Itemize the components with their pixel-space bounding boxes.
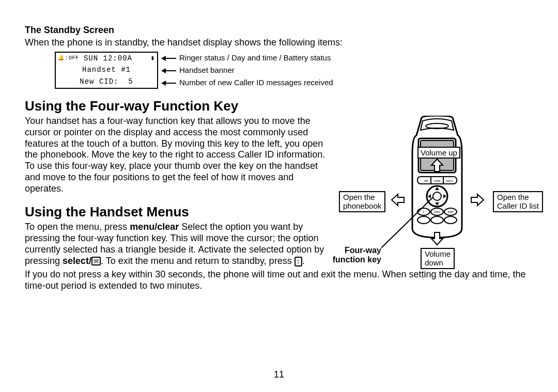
label-open-cid: Open the Caller ID list: [493, 191, 543, 212]
lcd-banner: Handset #1: [82, 66, 131, 74]
bell-icon: 🔔: [58, 55, 65, 61]
annot-row-1: Ringer status / Day and time / Battery s…: [161, 53, 333, 62]
menus-p1: To open the menu, press menu/clear Selec…: [25, 222, 327, 267]
battery-icon: ▮: [151, 55, 155, 62]
lcd-diagram: 🔔: OFF SUN 12:00A ▮ Handset #1 New CID: …: [55, 52, 533, 89]
lcd-screen: 🔔: OFF SUN 12:00A ▮ Handset #1 New CID: …: [55, 52, 158, 89]
svg-text:select: select: [446, 179, 453, 182]
arrow-right-big-icon: [469, 192, 485, 208]
label-open-phonebook-2: phonebook: [343, 201, 381, 210]
page-number: 11: [0, 369, 558, 381]
lcd-row-3: New CID: 5: [58, 77, 155, 87]
menus-p1c: . To exit the menu and return to standby…: [101, 256, 295, 266]
envelope-key-icon: ✉: [91, 257, 101, 265]
annot-text-3: Number of new Caller ID messages receive…: [179, 78, 333, 87]
label-open-phonebook: Open the phonebook: [339, 191, 385, 212]
lcd-daytime: SUN 12:00A: [84, 54, 132, 63]
label-fourway-2: function key: [332, 255, 381, 264]
menus-p1a: To open the menu, press: [25, 222, 130, 232]
menus-select: select/: [63, 256, 91, 266]
annot-row-2: Handset banner: [161, 66, 333, 75]
svg-point-16: [444, 216, 457, 224]
phone-diagram: talk redial select 12abc3def: [339, 116, 546, 281]
lcd-annotations: Ringer status / Day and time / Battery s…: [161, 52, 333, 89]
arrow-up-icon: [429, 158, 445, 174]
end-key-icon: :: [295, 257, 302, 266]
fourway-title: Using the Four-way Function Key: [25, 98, 533, 115]
fourway-para: Your handset has a four-way function key…: [25, 116, 327, 195]
label-open-phonebook-1: Open the: [343, 193, 381, 201]
svg-line-20: [381, 197, 433, 248]
annot-row-3: Number of new Caller ID messages receive…: [161, 78, 333, 87]
standby-title: The Standby Screen: [25, 25, 533, 36]
annot-text-1: Ringer status / Day and time / Battery s…: [179, 53, 331, 62]
label-volume-up: Volume up: [417, 147, 460, 159]
lcd-ringer-off: OFF: [69, 55, 79, 61]
label-volume-down: Volume down: [421, 248, 455, 269]
lcd-row-2: Handset #1: [58, 65, 155, 75]
arrow-left-icon: [161, 78, 176, 87]
arrow-left-icon: [161, 53, 176, 62]
annot-text-2: Handset banner: [179, 66, 235, 75]
label-open-cid-1: Open the: [497, 193, 539, 201]
label-volume-down-2: down: [425, 258, 451, 267]
pointer-line: [381, 197, 437, 251]
label-fourway-1: Four-way: [332, 246, 381, 255]
lcd-row-1: 🔔: OFF SUN 12:00A ▮: [58, 53, 155, 64]
standby-intro: When the phone is in standby, the handse…: [25, 37, 533, 49]
menus-menuclear: menu/clear: [130, 222, 179, 232]
svg-text:redial: redial: [434, 179, 440, 182]
arrow-left-icon: [161, 66, 176, 75]
label-volume-up-text: Volume up: [421, 148, 457, 157]
lcd-new-cid: New CID: 5: [80, 77, 133, 86]
label-fourway-key: Four-way function key: [332, 246, 381, 264]
svg-text:3def: 3def: [447, 210, 454, 213]
label-open-cid-2: Caller ID list: [497, 201, 539, 210]
menus-p1d: .: [302, 256, 305, 266]
page-root: The Standby Screen When the phone is in …: [0, 0, 558, 392]
svg-text:talk: talk: [424, 179, 428, 182]
